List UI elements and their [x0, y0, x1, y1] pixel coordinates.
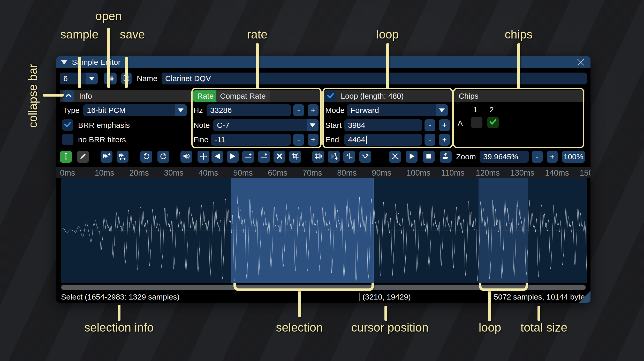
crossfade-button[interactable] [389, 151, 401, 163]
sample-index-value: 6 [63, 74, 68, 83]
loop-end-plus-button[interactable]: + [439, 134, 450, 146]
zoom-value: 39.9645% [483, 152, 518, 161]
undo-button[interactable] [140, 151, 152, 163]
resample-button[interactable] [117, 151, 128, 163]
fine-minus-button[interactable]: - [293, 134, 304, 146]
annotation-label-open: open [95, 9, 122, 23]
ruler-tick-label: 120ms [476, 168, 500, 178]
sample-index-select[interactable]: 6 [60, 73, 98, 84]
loop-end-input[interactable]: 4464 [344, 134, 422, 146]
hz-input[interactable]: 33286 [207, 104, 291, 116]
fade-in-icon [213, 152, 222, 161]
annotation-line-selection-info [118, 305, 120, 321]
waveform-scrollbar[interactable] [61, 285, 586, 290]
chip-column-label: 1 [473, 105, 478, 114]
divider [56, 148, 590, 148]
ruler-tick-label: 80ms [337, 168, 357, 178]
delete-button[interactable] [274, 151, 285, 163]
apply-silence-button[interactable] [258, 151, 270, 163]
waveform-view[interactable] [61, 178, 587, 283]
play-button[interactable] [406, 151, 418, 163]
close-icon[interactable] [576, 58, 585, 67]
zoom-label: Zoom [456, 151, 476, 163]
fade-out-button[interactable] [227, 151, 239, 163]
folder-open-icon [107, 74, 114, 83]
stop-button[interactable] [423, 151, 435, 163]
zoom-reset-button[interactable]: 100% [562, 151, 585, 163]
fine-plus-button[interactable]: + [308, 134, 319, 146]
select-button[interactable] [60, 151, 72, 163]
insert-silence-icon [244, 152, 252, 161]
collapse-bar-button[interactable] [63, 90, 74, 102]
window-titlebar[interactable]: Sample Editor [56, 56, 590, 68]
tab-rate[interactable]: Rate [193, 90, 218, 102]
trim-button[interactable] [289, 151, 301, 163]
filter-button[interactable] [359, 151, 371, 163]
panel-divider [453, 89, 453, 148]
insert-silence-button[interactable] [242, 151, 254, 163]
save-sample-button[interactable] [121, 73, 132, 84]
loop-panel-title: Loop (length: 480) [341, 90, 404, 102]
resize-button[interactable] [101, 151, 112, 163]
fade-in-button[interactable] [211, 151, 223, 163]
ruler-tick-label: 30ms [164, 168, 184, 178]
sample-editor-window: Sample Editor 6 [56, 56, 590, 303]
hz-plus-button[interactable]: + [308, 104, 319, 116]
invert-icon [330, 152, 338, 161]
loop-mode-dropdown-icon[interactable] [436, 104, 448, 116]
collapse-window-icon[interactable] [61, 60, 67, 65]
stop-icon [425, 152, 433, 161]
floppy-icon [123, 74, 130, 83]
redo-button[interactable] [157, 151, 169, 163]
loop-start-plus-button[interactable]: + [439, 119, 450, 131]
trim-icon [291, 152, 299, 161]
reverse-icon [314, 152, 322, 161]
loop-start-input[interactable]: 3984 [344, 119, 422, 131]
resample-icon [118, 152, 127, 161]
chevron-up-icon [65, 92, 72, 100]
chip-1-checkbox[interactable] [471, 117, 482, 128]
ruler-tick-label: 140ms [545, 168, 569, 178]
panel-divider [192, 89, 192, 148]
scrollbar-thumb[interactable] [61, 285, 586, 290]
ruler-tick-label: 150ms [580, 168, 590, 178]
hz-minus-button[interactable]: - [293, 104, 304, 116]
zoom-input[interactable]: 39.9645% [480, 151, 529, 163]
invert-button[interactable] [328, 151, 340, 163]
normalize-button[interactable] [198, 151, 209, 163]
loop-enable-checkbox[interactable] [325, 90, 336, 102]
fine-input[interactable]: -11 [211, 134, 291, 146]
loop-start-minus-button[interactable]: - [425, 119, 435, 131]
no-brr-filters-checkbox[interactable] [62, 134, 73, 145]
loop-mode-select[interactable]: Forward [347, 104, 448, 116]
create-instrument-button[interactable] [440, 151, 452, 163]
tab-compat-rate[interactable]: Compat Rate [216, 90, 270, 102]
note-select[interactable]: C-7 [213, 119, 319, 131]
brr-emphasis-label: BRR emphasis [78, 119, 130, 131]
annotation-label-chips: chips [505, 27, 532, 41]
signedness-button[interactable] [343, 151, 355, 163]
chip-row-label: A [458, 117, 463, 129]
note-dropdown-icon[interactable] [307, 119, 319, 131]
draw-button[interactable] [77, 151, 89, 163]
loop-end-minus-button[interactable]: - [425, 134, 435, 146]
timeline-ruler[interactable]: 0ms10ms20ms30ms40ms50ms60ms70ms80ms90ms1… [56, 167, 590, 178]
annotation-label-total-size: total size [520, 320, 567, 334]
hz-value: 33286 [210, 106, 232, 115]
open-sample-button[interactable] [104, 73, 117, 84]
divider [56, 87, 590, 87]
draw-icon [79, 152, 87, 161]
reverse-button[interactable] [312, 151, 324, 163]
brr-emphasis-checkbox[interactable] [62, 119, 73, 131]
type-dropdown-icon[interactable] [175, 104, 187, 116]
sample-index-dropdown-icon[interactable] [86, 73, 98, 84]
amplify-button[interactable] [180, 151, 192, 163]
desktop-background: Sample Editor 6 [0, 0, 644, 361]
resize-icon [102, 152, 111, 161]
ruler-tick-label: 110ms [441, 168, 465, 178]
zoom-in-button[interactable]: + [547, 151, 558, 163]
type-select[interactable]: 16-bit PCM [83, 104, 187, 116]
chip-2-checkbox[interactable] [487, 117, 499, 128]
sample-name-input[interactable]: Clarinet DQV [162, 73, 587, 84]
zoom-out-button[interactable]: - [532, 151, 543, 163]
